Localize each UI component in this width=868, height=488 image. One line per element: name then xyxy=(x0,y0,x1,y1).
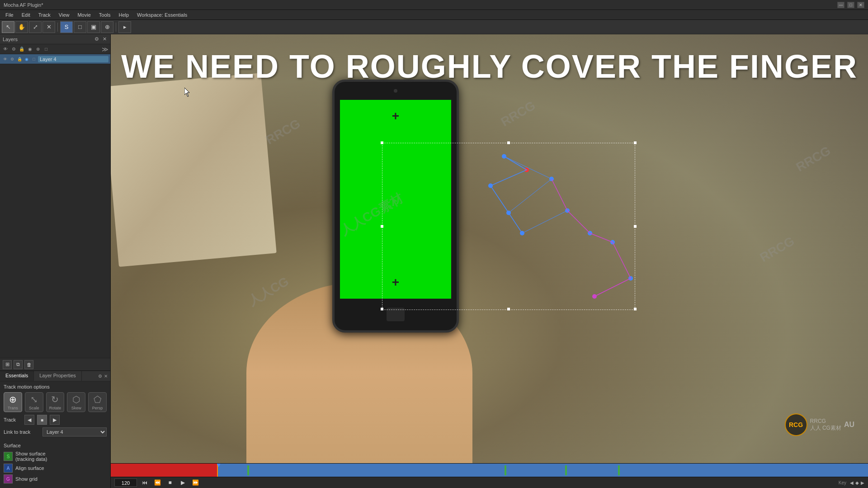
menu-edit[interactable]: Edit xyxy=(18,11,34,19)
menu-file[interactable]: File xyxy=(2,11,17,19)
skew-icon: ⬡ xyxy=(72,394,80,405)
track-skew-button[interactable]: ⬡ Skew xyxy=(67,392,85,412)
layers-close-icon[interactable]: ✕ xyxy=(101,36,108,42)
layers-bottom-bar: ⊞ ⧉ 🗑 xyxy=(0,358,110,371)
viewport-area: + + WE NEED TO ROUGHLY COVER THE FINGER xyxy=(111,34,868,488)
show-surface-icon: S xyxy=(4,452,13,461)
overlay-text: WE NEED TO ROUGHLY COVER THE FINGER xyxy=(121,48,858,85)
spline-tool-button[interactable]: S xyxy=(60,21,73,33)
link-to-track-row: Link to track Layer 4 xyxy=(4,427,107,436)
logo-area: RCG RRCG 人人 CG素材 AU xyxy=(785,413,854,436)
toolbar-separator-1 xyxy=(57,23,58,32)
minimize-button[interactable]: — xyxy=(837,2,844,8)
stop-button[interactable]: ■ xyxy=(165,478,175,488)
phone-body: + + xyxy=(332,80,459,333)
timeline-prev-key-button[interactable]: ◀ xyxy=(850,480,854,485)
properties-panel: Essentials Layer Properties ⚙ ✕ Track mo… xyxy=(0,371,110,488)
logo-rrcg: RRCG xyxy=(810,418,841,424)
select-tool-button[interactable]: ↖ xyxy=(2,21,14,33)
track-rotate-button[interactable]: ↻ Rotate xyxy=(46,392,65,412)
timeline-marker-4 xyxy=(618,465,620,475)
layers-settings-icon[interactable]: ⚙ xyxy=(94,36,100,42)
timeline-add-key-button[interactable]: ◆ xyxy=(855,480,859,485)
play-forward-button[interactable]: ▶ xyxy=(178,478,188,488)
layer-color-icon[interactable]: ◉ xyxy=(24,56,30,62)
layer-square-icon[interactable]: □ xyxy=(31,56,37,62)
timeline-area: 120 ⏮ ⏪ ■ ▶ ⏩ Key ◀ ◆ ▶ xyxy=(111,463,868,488)
close-button[interactable]: ✕ xyxy=(857,2,864,8)
corner-bl xyxy=(381,308,383,310)
menu-workspace[interactable]: Workspace: Essentials xyxy=(133,11,191,19)
menu-help[interactable]: Help xyxy=(115,11,132,19)
square-icon[interactable]: □ xyxy=(42,46,50,53)
layer-visibility-icon[interactable]: 👁 xyxy=(2,56,8,62)
frame-counter[interactable]: 120 xyxy=(114,479,137,487)
track-persp-button[interactable]: ⬠ Persp xyxy=(88,392,107,412)
playhead xyxy=(217,464,218,477)
logo-au: AU xyxy=(844,421,854,429)
layer-row[interactable]: 👁 ⚙ 🔒 ◉ □ Layer 4 xyxy=(0,54,110,64)
menu-view[interactable]: View xyxy=(55,11,73,19)
persp-icon: ⬠ xyxy=(94,394,101,405)
gear-icon[interactable]: ⚙ xyxy=(10,46,17,53)
timeline-marker-1 xyxy=(247,465,249,475)
planar-tool-button[interactable]: ▸ xyxy=(118,21,131,33)
step-forward-button[interactable]: ⏩ xyxy=(190,478,200,488)
layers-duplicate-icon[interactable]: ⧉ xyxy=(14,360,23,369)
layer-row-icons: 👁 ⚙ 🔒 ◉ □ xyxy=(2,56,37,62)
timeline-track[interactable] xyxy=(111,464,868,477)
track-row-label: Track xyxy=(4,417,22,422)
go-to-start-button[interactable]: ⏮ xyxy=(140,478,150,488)
layer-name: Layer 4 xyxy=(38,56,108,62)
tab-layer-properties[interactable]: Layer Properties xyxy=(34,371,82,381)
track-scale-button[interactable]: ⤡ Scale xyxy=(25,392,43,412)
layer-gear-icon[interactable]: ⚙ xyxy=(9,56,15,62)
layers-label: Layers xyxy=(3,37,18,42)
layer-lock-icon[interactable]: 🔒 xyxy=(16,56,23,62)
window-controls: — □ ✕ xyxy=(837,2,864,8)
tab-essentials[interactable]: Essentials xyxy=(0,371,34,381)
main-layout: Layers ⚙ ✕ 👁 ⚙ 🔒 ◉ ⊕ □ ≫ 👁 ⚙ 🔒 xyxy=(0,34,868,488)
key-label: Key xyxy=(839,480,846,485)
bezier-tool-button[interactable]: ▣ xyxy=(87,21,100,33)
layers-grid-icon[interactable]: ⊞ xyxy=(3,360,12,369)
corner-mr xyxy=(634,225,637,228)
addpoint-tool-button[interactable]: ⊕ xyxy=(101,21,113,33)
close-tool-button[interactable]: ✕ xyxy=(42,21,55,33)
track-stop-button[interactable]: ■ xyxy=(37,415,47,425)
layers-icons: ⚙ ✕ xyxy=(94,36,108,42)
expand-icon[interactable]: ≫ xyxy=(101,46,108,53)
link-to-track-select[interactable]: Layer 4 xyxy=(42,427,107,436)
corner-tr xyxy=(634,141,637,144)
track-trans-button[interactable]: ⊕ Trans xyxy=(4,392,22,412)
paper-bg xyxy=(111,73,277,267)
track-backward-button[interactable]: ◀ xyxy=(24,415,34,425)
maximize-button[interactable]: □ xyxy=(847,2,854,8)
menu-tools[interactable]: Tools xyxy=(95,11,114,19)
rect-tool-button[interactable]: □ xyxy=(74,21,86,33)
viewport[interactable]: + + WE NEED TO ROUGHLY COVER THE FINGER xyxy=(111,34,868,463)
layers-delete-icon[interactable]: 🗑 xyxy=(24,360,33,369)
plus-icon[interactable]: ⊕ xyxy=(34,46,42,53)
circle-icon[interactable]: ◉ xyxy=(26,46,33,53)
eye-icon[interactable]: 👁 xyxy=(2,46,9,53)
step-back-button[interactable]: ⏪ xyxy=(152,478,162,488)
transform-tool-button[interactable]: ⤢ xyxy=(29,21,42,33)
menu-track[interactable]: Track xyxy=(35,11,54,19)
props-options-icon[interactable]: ⚙ xyxy=(98,374,102,379)
corner-bm xyxy=(507,308,510,310)
track-row: Track ◀ ■ ▶ xyxy=(4,415,107,425)
show-grid-option: G Show grid xyxy=(4,474,107,483)
track-motion-options-row: ⊕ Trans ⤡ Scale ↻ Rotate ⬡ Skew xyxy=(4,392,107,412)
hand-tool-button[interactable]: ✋ xyxy=(15,21,28,33)
lock-icon[interactable]: 🔒 xyxy=(18,46,25,53)
timeline-next-key-button[interactable]: ▶ xyxy=(861,480,864,485)
menu-movie[interactable]: Movie xyxy=(74,11,94,19)
trans-icon: ⊕ xyxy=(9,394,17,405)
corner-br xyxy=(634,308,637,310)
phone-screen: + + xyxy=(340,100,451,299)
show-surface-label: Show surface(tracking data) xyxy=(15,451,47,462)
props-close-icon[interactable]: ✕ xyxy=(104,374,108,379)
track-forward-button[interactable]: ▶ xyxy=(50,415,60,425)
phone-home-button xyxy=(387,308,405,321)
